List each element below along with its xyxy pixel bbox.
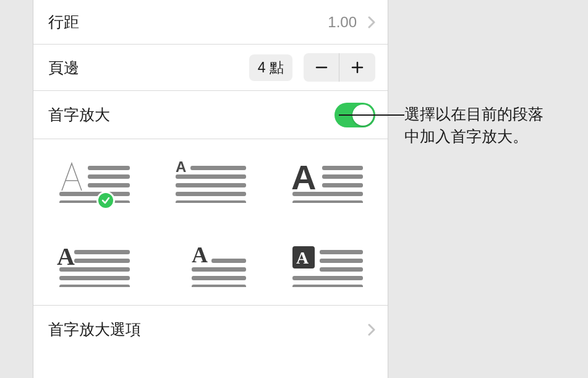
drop-cap-style-3[interactable]: A [281, 154, 373, 208]
svg-text:A: A [176, 160, 186, 175]
chevron-right-icon [368, 324, 375, 336]
drop-cap-styles-grid: A A [33, 139, 388, 306]
drop-cap-style-2[interactable]: A [164, 154, 256, 208]
svg-text:A: A [291, 160, 316, 197]
svg-rect-34 [320, 250, 363, 254]
svg-rect-30 [192, 276, 246, 280]
svg-text:A: A [57, 244, 75, 270]
drop-cap-style-4[interactable]: A [48, 238, 140, 293]
drop-cap-style-1[interactable] [48, 154, 140, 208]
svg-rect-16 [322, 166, 363, 170]
svg-rect-35 [320, 259, 363, 263]
svg-rect-20 [292, 200, 363, 203]
svg-rect-10 [190, 166, 246, 170]
svg-rect-7 [59, 192, 130, 196]
chevron-right-icon [368, 16, 375, 28]
svg-rect-37 [292, 276, 363, 280]
svg-rect-17 [322, 174, 363, 179]
svg-rect-21 [74, 250, 130, 254]
line-spacing-label: 行距 [48, 12, 79, 32]
margins-label: 頁邊 [48, 58, 79, 78]
format-panel: 行距 1.00 頁邊 4 點 首字放大 [33, 0, 388, 378]
svg-rect-12 [176, 183, 246, 187]
svg-rect-38 [292, 285, 363, 287]
line-spacing-row[interactable]: 行距 1.00 [33, 0, 388, 45]
svg-rect-19 [292, 192, 363, 196]
callout-line1: 選擇以在目前的段落 [404, 105, 543, 122]
svg-rect-13 [176, 192, 246, 196]
svg-rect-24 [59, 276, 130, 280]
line-spacing-value: 1.00 [328, 14, 357, 31]
svg-rect-25 [59, 285, 130, 287]
margins-controls: 4 點 [249, 53, 375, 82]
margins-stepper [304, 53, 375, 82]
stepper-plus-button[interactable] [339, 53, 375, 82]
svg-rect-31 [192, 285, 246, 287]
callout-text: 選擇以在目前的段落 中加入首字放大。 [404, 103, 577, 148]
svg-text:A: A [296, 248, 309, 267]
drop-cap-options-row[interactable]: 首字放大選項 [33, 306, 388, 353]
svg-rect-28 [211, 259, 246, 263]
margins-row: 頁邊 4 點 [33, 45, 388, 91]
drop-cap-options-label: 首字放大選項 [48, 319, 141, 340]
svg-rect-29 [192, 267, 246, 272]
svg-rect-11 [176, 174, 246, 179]
svg-rect-4 [88, 166, 130, 170]
drop-cap-row: 首字放大 [33, 91, 388, 139]
callout-line2: 中加入首字放大。 [404, 127, 528, 145]
svg-rect-8 [59, 200, 130, 203]
drop-cap-style-5[interactable]: A [164, 238, 256, 293]
svg-rect-6 [88, 183, 130, 187]
line-spacing-value-group: 1.00 [328, 14, 375, 31]
svg-rect-5 [88, 174, 130, 179]
svg-rect-36 [320, 267, 363, 272]
svg-rect-14 [176, 200, 246, 203]
drop-cap-label: 首字放大 [48, 105, 110, 125]
margins-value: 4 點 [249, 54, 292, 81]
stepper-minus-button[interactable] [304, 53, 339, 82]
svg-text:A: A [192, 244, 208, 267]
callout-leader-line [339, 114, 404, 116]
svg-rect-18 [322, 183, 363, 187]
svg-rect-22 [74, 259, 130, 263]
drop-cap-style-6[interactable]: A [281, 238, 373, 293]
selected-checkmark-icon [96, 191, 115, 210]
